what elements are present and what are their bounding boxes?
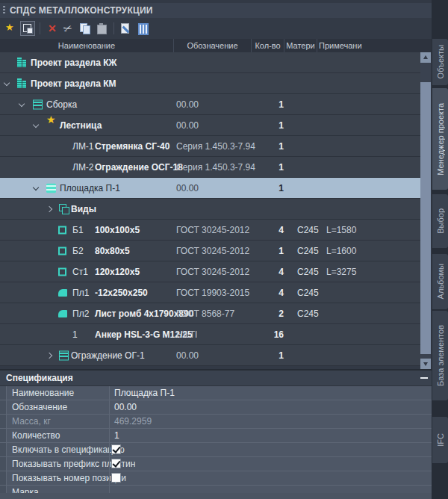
delete-button[interactable] [45, 21, 60, 36]
chevron-right-icon[interactable] [47, 352, 55, 359]
insert-to-drawing-button[interactable] [20, 21, 35, 36]
tree-item-label: Ограждение ОСГ-18 [95, 162, 183, 173]
show-position-number-checkbox[interactable] [111, 473, 121, 483]
designation-cell: 00.00 [176, 120, 199, 131]
prop-label: Обозначение [12, 402, 67, 412]
tab-label: IFC [436, 433, 445, 447]
chevron-down-icon[interactable] [33, 122, 40, 129]
specification-table-button[interactable] [135, 21, 150, 36]
include-in-spec-checkbox[interactable] [111, 444, 121, 454]
position-mark: 1 [72, 329, 78, 340]
tree-item-label: Ограждение ОГ-1 [71, 350, 145, 361]
tree-row-lm2[interactable]: ЛМ-2 Ограждение ОСГ-18 Серия 1.450.3-7.9… [0, 157, 420, 178]
tree-item-label: Виды [71, 204, 96, 214]
column-divider [109, 415, 110, 428]
delete-icon [46, 22, 58, 34]
tree-row-views[interactable]: Виды [0, 199, 420, 220]
chevron-down-icon[interactable] [4, 80, 11, 87]
designation-cell: ГОСТ 30245-2012 [176, 267, 249, 277]
tree-item-label: Сборка [46, 99, 77, 110]
row-gutter [0, 415, 7, 428]
tree-scrollbar[interactable] [420, 52, 431, 369]
note-cell: L=1600 [326, 246, 356, 256]
prop-row-include-in-spec: Включать в спецификацию [0, 443, 432, 457]
show-plate-prefix-checkbox[interactable] [111, 459, 121, 468]
prop-value-quantity[interactable]: 1 [114, 430, 119, 441]
copy-icon [79, 22, 91, 34]
tree-row-stairs[interactable]: Лестница 00.00 1 [0, 115, 420, 136]
tab-label: База элементов [436, 325, 445, 386]
prop-row-name: Наименование Площадка П-1 [0, 386, 432, 400]
chevron-down-icon[interactable] [33, 185, 40, 192]
prop-value-designation[interactable]: 00.00 [114, 402, 137, 412]
tab-objects[interactable]: Объекты [432, 39, 448, 85]
tree-row-anchor[interactable]: 1 Анкер HSL-3-G M12/25 HILTI 16 [0, 324, 420, 345]
row-gutter [0, 429, 7, 442]
position-mark: ЛМ-2 [72, 162, 94, 173]
column-header-designation: Обозначение [173, 39, 251, 52]
tab-selection[interactable]: Выбор [432, 194, 448, 248]
tree-item-label: 100x100x5 [95, 225, 140, 235]
column-header-note: Примечани [317, 39, 420, 52]
chevron-down-icon[interactable] [19, 101, 26, 108]
qty-cell: 1 [251, 246, 284, 256]
tree-row-assembly[interactable]: Сборка 00.00 1 [0, 94, 420, 115]
position-mark: Б1 [72, 225, 84, 235]
qty-cell: 1 [251, 162, 284, 173]
tree-row-pl2[interactable]: Пл2 Лист ромб 4x1790x890 ГОСТ 8568-77 2 … [0, 303, 420, 324]
tree-item-label: Проект раздела КЖ [31, 58, 116, 68]
column-divider [109, 457, 110, 471]
tree-row-og1[interactable]: Ограждение ОГ-1 00.00 1 [0, 345, 420, 366]
prop-label: Наименование [12, 388, 74, 398]
column-header-qty: Кол-во [251, 39, 284, 52]
tree-row-pl1[interactable]: Пл1 -12x250x250 ГОСТ 19903-2015 4 С245 [0, 282, 420, 303]
edit-button[interactable] [119, 21, 134, 36]
profile-icon [58, 247, 66, 255]
tree-row-lm1[interactable]: ЛМ-1 Стремянка СГ-40 Серия 1.450.3-7.94 … [0, 136, 420, 157]
tab-albums[interactable]: Альбомы [432, 254, 448, 309]
tree-row-project-km[interactable]: Проект раздела КМ [0, 73, 420, 94]
minimize-icon [420, 377, 428, 379]
tree-row-project-kzh[interactable]: Проект раздела КЖ [0, 52, 420, 73]
tree-row-st1[interactable]: Ст1 120x120x5 ГОСТ 30245-2012 4 С245 L=3… [0, 261, 420, 282]
tree-item-label: Стремянка СГ-40 [95, 141, 169, 152]
specification-panel-header: Спецификация [0, 371, 432, 386]
insert-to-drawing-icon [22, 22, 34, 34]
copy-button[interactable] [78, 21, 93, 36]
tree-row-b2[interactable]: Б2 80x80x5 ГОСТ 30245-2012 1 С245 L=1600 [0, 241, 420, 261]
panel-bottom-filler [0, 493, 432, 499]
tab-element-base[interactable]: База элементов [432, 311, 448, 400]
prop-value-name[interactable]: Площадка П-1 [114, 388, 175, 398]
tree-row-platform-selected[interactable]: Площадка П-1 00.00 1 [0, 178, 420, 199]
toolbar-separator [40, 22, 40, 34]
tree-row-b1[interactable]: Б1 100x100x5 ГОСТ 30245-2012 4 С245 L=15… [0, 220, 420, 241]
title-bar: СПДС МЕТАЛЛОКОНСТРУКЦИИ [0, 3, 432, 18]
position-mark: ЛМ-1 [72, 141, 94, 152]
cut-button[interactable] [61, 21, 76, 36]
collapse-panel-button[interactable] [419, 373, 429, 383]
qty-cell: 1 [251, 183, 284, 193]
scroll-down-icon[interactable] [420, 359, 431, 369]
note-cell: L=3275 [326, 267, 356, 277]
designation-cell: 00.00 [176, 350, 199, 361]
cut-icon [63, 22, 75, 34]
qty-cell: 1 [251, 141, 284, 152]
scrollbar-thumb[interactable] [420, 82, 431, 354]
position-mark: Пл1 [72, 288, 89, 298]
prop-label: Количество [12, 430, 60, 441]
paste-button[interactable] [94, 21, 109, 36]
drag-handle-icon[interactable] [3, 6, 5, 15]
panel-title: СПДС МЕТАЛЛОКОНСТРУКЦИИ [10, 5, 153, 16]
tab-ifc[interactable]: IFC [432, 417, 448, 463]
scroll-up-icon[interactable] [420, 52, 431, 63]
qty-cell: 1 [251, 120, 284, 131]
material-cell: С245 [297, 309, 319, 319]
new-project-button[interactable] [4, 21, 19, 36]
tab-project-manager[interactable]: Менеджер проекта [432, 88, 448, 190]
chevron-right-icon[interactable] [47, 205, 55, 213]
assembly-icon [59, 350, 69, 360]
plate-icon [58, 289, 67, 297]
column-divider [109, 429, 110, 442]
position-mark: Пл2 [72, 309, 89, 319]
side-tab-strip: Объекты Менеджер проекта Выбор Альбомы Б… [432, 0, 448, 499]
